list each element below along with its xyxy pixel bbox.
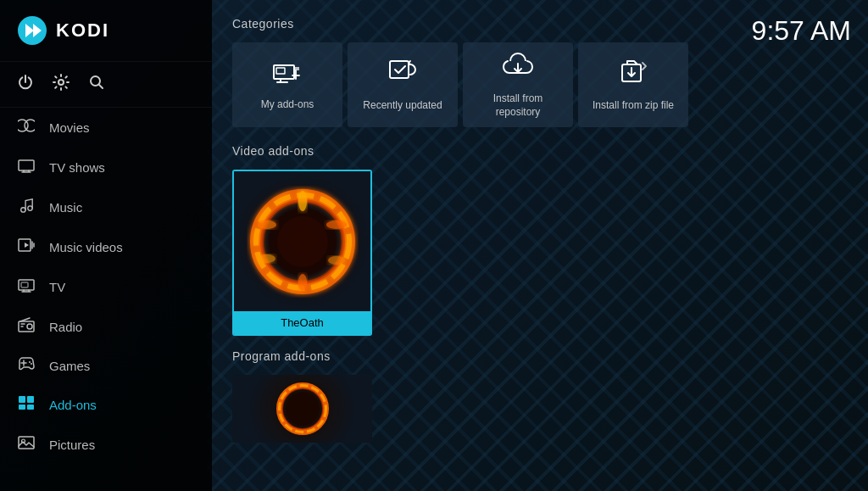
- main-content: 9:57 AM Categories My add-ons: [212, 0, 868, 491]
- svg-point-40: [286, 392, 320, 426]
- install-from-zip-icon: [617, 58, 649, 92]
- music-label: Music: [49, 200, 82, 215]
- svg-point-37: [258, 220, 276, 229]
- my-addons-label: My add-ons: [261, 98, 314, 112]
- sidebar-item-music-videos[interactable]: Music videos: [0, 227, 212, 267]
- svg-rect-20: [27, 405, 34, 410]
- tvshows-label: TV shows: [49, 160, 105, 175]
- games-label: Games: [49, 359, 90, 373]
- sidebar-item-tv[interactable]: TV: [0, 267, 212, 307]
- program-fire-ring-svg: [273, 379, 332, 438]
- sidebar-item-music[interactable]: Music: [0, 187, 212, 227]
- svg-rect-17: [19, 396, 25, 403]
- install-from-zip-label: Install from zip file: [593, 99, 674, 113]
- sidebar-item-movies[interactable]: Movies: [0, 108, 212, 148]
- svg-rect-19: [19, 405, 25, 410]
- addon-card-program-1[interactable]: [232, 375, 372, 443]
- svg-point-16: [31, 363, 32, 365]
- sidebar-header: KODI: [0, 0, 212, 62]
- svg-point-34: [328, 256, 345, 265]
- time-display: 9:57 AM: [752, 15, 851, 47]
- category-my-addons[interactable]: My add-ons: [232, 42, 342, 127]
- sidebar-nav: Movies TV shows Music: [0, 108, 212, 491]
- games-icon: [17, 357, 36, 375]
- sidebar-item-tvshows[interactable]: TV shows: [0, 148, 212, 187]
- install-from-repo-label: Install from repository: [493, 92, 543, 119]
- video-addons-section: Video add-ons: [232, 144, 848, 336]
- search-button[interactable]: [88, 74, 105, 95]
- sidebar-item-addons[interactable]: Add-ons: [0, 385, 212, 425]
- svg-point-14: [27, 324, 32, 329]
- svg-rect-21: [19, 437, 34, 449]
- svg-point-33: [326, 220, 347, 229]
- category-recently-updated[interactable]: Recently updated: [348, 42, 458, 127]
- svg-point-15: [29, 361, 31, 363]
- svg-rect-25: [390, 61, 409, 78]
- program-addons-section: Program add-ons: [232, 349, 848, 443]
- svg-rect-7: [19, 160, 34, 170]
- sidebar-item-radio[interactable]: Radio: [0, 307, 212, 347]
- my-addons-icon: [272, 59, 303, 92]
- svg-point-6: [25, 120, 35, 131]
- pictures-label: Pictures: [49, 438, 95, 452]
- music-icon: [17, 198, 36, 217]
- recently-updated-label: Recently updated: [363, 99, 442, 113]
- svg-rect-24: [276, 68, 285, 74]
- sidebar-item-games[interactable]: Games: [0, 347, 212, 385]
- svg-point-3: [58, 80, 64, 85]
- music-videos-label: Music videos: [49, 240, 123, 254]
- tv-icon: [17, 277, 36, 297]
- svg-point-35: [298, 274, 307, 291]
- the-oath-thumbnail: [234, 171, 370, 311]
- svg-rect-12: [21, 282, 28, 287]
- music-videos-icon: [17, 237, 36, 257]
- svg-point-32: [298, 191, 307, 211]
- radio-label: Radio: [49, 320, 82, 334]
- video-addons-title: Video add-ons: [232, 144, 848, 158]
- svg-rect-18: [27, 396, 34, 403]
- svg-point-31: [277, 216, 328, 267]
- app-title: KODI: [56, 20, 109, 42]
- the-oath-label: TheOath: [234, 311, 370, 334]
- program-addons-grid: [232, 375, 848, 443]
- tv-label: TV: [49, 280, 65, 294]
- power-button[interactable]: [17, 74, 34, 95]
- category-install-from-repo[interactable]: Install from repository: [463, 42, 573, 127]
- kodi-logo-icon: [17, 15, 47, 46]
- pictures-icon: [17, 435, 36, 455]
- svg-point-36: [259, 254, 275, 263]
- category-install-from-zip[interactable]: Install from zip file: [578, 42, 688, 127]
- movies-icon: [17, 118, 36, 137]
- install-from-repo-icon: [502, 51, 534, 86]
- addon-card-the-oath[interactable]: TheOath: [232, 170, 372, 336]
- sidebar-item-pictures[interactable]: Pictures: [0, 425, 212, 465]
- sidebar-controls: [0, 62, 212, 108]
- video-addons-grid: TheOath: [232, 170, 848, 336]
- program-addons-title: Program add-ons: [232, 349, 848, 363]
- settings-button[interactable]: [53, 74, 70, 95]
- sidebar: KODI Movies: [0, 0, 212, 491]
- addons-icon: [17, 395, 36, 415]
- svg-point-9: [28, 206, 32, 210]
- movies-label: Movies: [49, 120, 90, 135]
- program-addon-thumbnail: [232, 375, 372, 443]
- categories-row: My add-ons Recently updated: [232, 42, 848, 127]
- svg-point-8: [21, 208, 25, 212]
- fire-ring-svg: [243, 182, 362, 301]
- tvshows-icon: [17, 158, 36, 177]
- addons-label: Add-ons: [49, 398, 97, 412]
- recently-updated-icon: [387, 58, 419, 92]
- radio-icon: [17, 317, 36, 337]
